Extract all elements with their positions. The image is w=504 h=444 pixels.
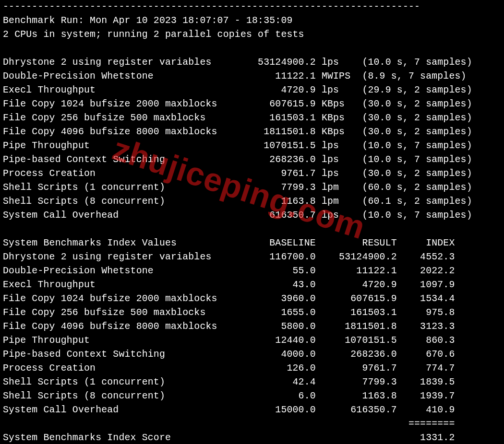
terminal-output: ----------------------------------------… — [0, 0, 504, 444]
